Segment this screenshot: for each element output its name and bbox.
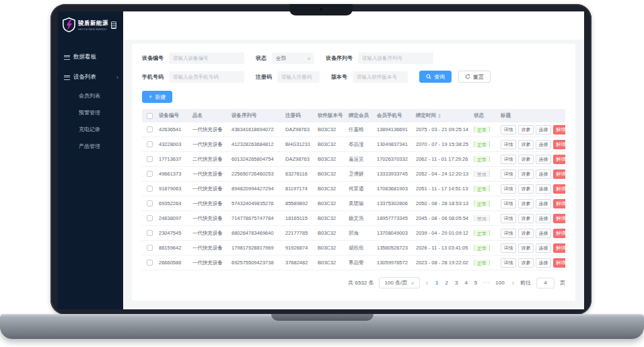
serial-label: 设备序列号 xyxy=(326,54,353,62)
version-input[interactable] xyxy=(353,71,408,83)
sort-asc-caret xyxy=(438,114,441,116)
connect-button[interactable]: 连接 xyxy=(536,214,551,223)
unbind-button[interactable]: 解绑 xyxy=(553,140,565,149)
goto-page-input[interactable] xyxy=(536,278,554,288)
row-actions: 详情设参连接解绑 xyxy=(499,184,565,194)
row-checkbox[interactable] xyxy=(147,156,153,162)
row-checkbox-cell xyxy=(142,260,157,266)
row-checkbox[interactable] xyxy=(147,141,153,147)
detail-button[interactable]: 详情 xyxy=(501,258,516,268)
version-cell: B03C32 xyxy=(316,171,347,177)
set-params-button[interactable]: 设参 xyxy=(518,169,534,179)
set-params-button[interactable]: 设参 xyxy=(518,214,534,223)
page-number[interactable]: 100 xyxy=(494,280,505,286)
row-checkbox[interactable] xyxy=(147,200,153,206)
sidebar-item-alert-management[interactable]: 预警管理 xyxy=(58,104,123,121)
status-select[interactable]: 全部 ∨ xyxy=(272,52,314,64)
set-params-button[interactable]: 设参 xyxy=(518,258,534,268)
unbind-button[interactable]: 解绑 xyxy=(553,243,565,253)
serial-cell: 601324265804754 xyxy=(229,156,283,162)
brand-name: 骏盾新能源 xyxy=(78,20,108,28)
table-row: 42636541一代快充设备436341618694072DAZ98763B03… xyxy=(142,122,565,137)
reset-button[interactable]: 重置 xyxy=(458,71,491,83)
detail-button[interactable]: 详情 xyxy=(501,155,516,164)
connect-button[interactable]: 连接 xyxy=(536,169,551,179)
version-cell: B03C32 xyxy=(316,260,347,266)
row-checkbox[interactable] xyxy=(147,126,153,132)
unbind-button[interactable]: 解绑 xyxy=(553,199,565,208)
detail-button[interactable]: 详情 xyxy=(501,125,516,134)
sort-icon[interactable] xyxy=(438,114,441,118)
set-params-button[interactable]: 设参 xyxy=(518,199,534,208)
page-number[interactable]: 4 xyxy=(463,280,468,286)
unbind-button[interactable]: 解绑 xyxy=(553,214,565,223)
column-header: 标题 xyxy=(499,112,565,119)
laptop-base xyxy=(0,314,644,339)
page-number[interactable]: 2 xyxy=(443,280,449,286)
connect-button[interactable]: 连接 xyxy=(536,155,551,164)
connect-button[interactable]: 连接 xyxy=(536,258,551,268)
page-size-select[interactable]: 100 条/页 ∨ xyxy=(379,277,419,288)
connect-button[interactable]: 连接 xyxy=(536,184,551,194)
column-header: 设备序列号 xyxy=(229,112,283,119)
phone-cell: 13059976572 xyxy=(375,260,414,266)
set-params-button[interactable]: 设参 xyxy=(518,243,534,253)
sidebar-item-product-management[interactable]: 产品管理 xyxy=(58,138,123,155)
unbind-button[interactable]: 解绑 xyxy=(553,258,565,268)
sidebar-item-label: 数据看板 xyxy=(73,53,96,61)
brand-seal-icon xyxy=(111,22,116,29)
page-number[interactable]: 1 xyxy=(434,280,439,286)
sidebar-item-charging-records[interactable]: 充电记录 xyxy=(58,121,123,138)
unbind-button[interactable]: 解绑 xyxy=(553,169,565,179)
detail-button[interactable]: 详情 xyxy=(501,199,516,208)
detail-button[interactable]: 详情 xyxy=(501,229,516,238)
search-button[interactable]: 查询 xyxy=(419,71,452,83)
unbind-button[interactable]: 解绑 xyxy=(553,184,565,194)
create-button[interactable]: + 新建 xyxy=(142,91,172,103)
brand-subtitle: HEYON NEW ENERGY xyxy=(78,28,108,31)
row-checkbox[interactable] xyxy=(147,245,153,251)
select-all-checkbox[interactable] xyxy=(147,113,153,119)
bind-time-cell: 2070 - 07 - 19 15:38:25 xyxy=(414,141,472,147)
product-cell: 一代快充设备 xyxy=(190,245,229,252)
row-checkbox[interactable] xyxy=(147,215,153,221)
prev-page-button[interactable]: ‹ xyxy=(425,280,429,286)
page-number[interactable]: 5 xyxy=(473,280,478,286)
serial-input[interactable] xyxy=(358,52,433,64)
sidebar-item-dashboard[interactable]: 数据看板 xyxy=(58,47,123,67)
connect-button[interactable]: 连接 xyxy=(536,140,551,149)
connect-button[interactable]: 连接 xyxy=(536,125,551,134)
phone-input[interactable] xyxy=(169,71,244,83)
table-row: 26660586一代快充设备69257550942373837682482B03… xyxy=(142,256,565,270)
set-params-button[interactable]: 设参 xyxy=(518,125,534,134)
regcode-input[interactable] xyxy=(277,71,320,83)
next-page-button[interactable]: › xyxy=(511,280,515,286)
camera-dot xyxy=(320,8,322,11)
connect-button[interactable]: 连接 xyxy=(536,199,551,208)
detail-button[interactable]: 详情 xyxy=(501,214,516,223)
sidebar-item-device-list[interactable]: 设备列表› xyxy=(58,67,123,87)
unbind-button[interactable]: 解绑 xyxy=(553,155,565,164)
row-checkbox[interactable] xyxy=(147,171,153,177)
connect-button[interactable]: 连接 xyxy=(536,243,551,253)
set-params-button[interactable]: 设参 xyxy=(518,229,534,238)
laptop-base-notch xyxy=(271,314,373,321)
phone-cell: 18957773345 xyxy=(375,215,414,221)
detail-button[interactable]: 详情 xyxy=(501,169,516,179)
detail-button[interactable]: 详情 xyxy=(501,184,516,194)
set-params-button[interactable]: 设参 xyxy=(518,140,534,149)
status-cell: 正常 xyxy=(472,186,499,192)
unbind-button[interactable]: 解绑 xyxy=(553,229,565,238)
set-params-button[interactable]: 设参 xyxy=(518,184,534,194)
unbind-button[interactable]: 解绑 xyxy=(553,125,565,134)
detail-button[interactable]: 详情 xyxy=(501,243,516,253)
page-number[interactable]: 3 xyxy=(454,280,459,286)
connect-button[interactable]: 连接 xyxy=(536,229,551,238)
row-checkbox[interactable] xyxy=(147,230,153,236)
device-no-input[interactable] xyxy=(169,52,244,64)
row-checkbox[interactable] xyxy=(147,186,153,192)
set-params-button[interactable]: 设参 xyxy=(518,155,534,164)
detail-button[interactable]: 详情 xyxy=(501,140,516,149)
sidebar-item-member-list[interactable]: 会员列表 xyxy=(58,87,123,104)
row-checkbox[interactable] xyxy=(147,260,153,266)
